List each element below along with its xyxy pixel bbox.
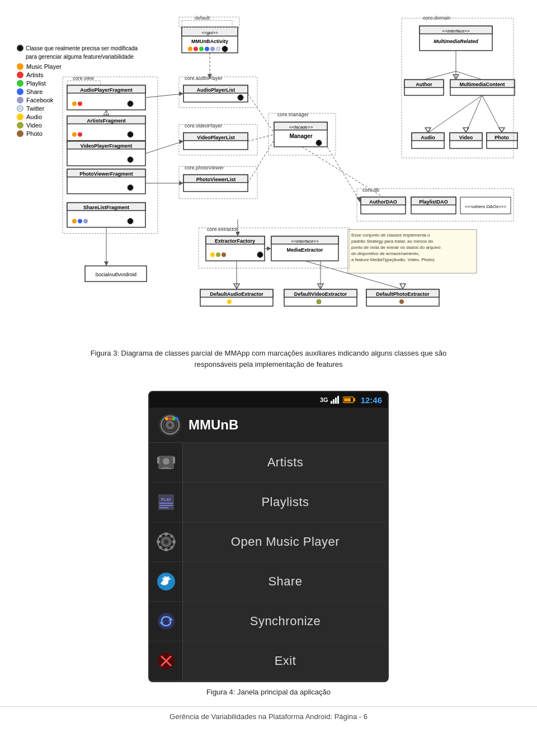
app-icon: [158, 413, 182, 437]
svg-point-12: [222, 46, 228, 52]
svg-rect-187: [157, 457, 159, 464]
menu-item-exit[interactable]: Exit: [149, 641, 388, 681]
status-bar: 3G 12:46: [149, 392, 388, 408]
svg-point-66: [216, 253, 220, 257]
svg-marker-129: [179, 140, 183, 144]
phone-frame: 3G 12:46: [148, 391, 389, 682]
svg-text:core.manager: core.manager: [277, 112, 309, 117]
svg-text:core.photoViewer: core.photoViewer: [185, 165, 224, 171]
legend-artists: Artists: [17, 72, 138, 78]
svg-text:Manager: Manager: [289, 133, 312, 139]
svg-marker-131: [179, 181, 183, 186]
figure4-caption: Figura 4: Janela principal da aplicação: [206, 688, 331, 696]
svg-rect-171: [335, 398, 337, 404]
svg-text:PLAY: PLAY: [161, 498, 171, 502]
music-player-label: Open Music Player: [183, 535, 388, 549]
svg-point-199: [164, 548, 168, 551]
svg-marker-156: [463, 128, 469, 133]
svg-text:core.db: core.db: [362, 187, 379, 193]
svg-point-6: [188, 47, 192, 51]
menu-item-music-player[interactable]: Open Music Player: [149, 522, 388, 562]
svg-point-11: [216, 47, 220, 51]
legend-share: Share: [17, 88, 138, 95]
svg-point-186: [163, 458, 169, 465]
svg-text:<<interface>>: <<interface>>: [291, 239, 319, 244]
svg-point-10: [210, 47, 215, 51]
svg-text:<<<others DAOs>>>: <<<others DAOs>>>: [465, 204, 506, 209]
svg-text:PlaylistDAO: PlaylistDAO: [419, 199, 448, 205]
svg-point-196: [164, 540, 168, 544]
legend: Classe que realmente precisa ser modific…: [17, 45, 138, 139]
status-3g-label: 3G: [320, 396, 328, 403]
svg-point-80: [317, 300, 321, 304]
artists-label: Artists: [183, 455, 388, 470]
menu-item-artists[interactable]: Artists: [149, 443, 388, 483]
svg-rect-169: [331, 401, 332, 404]
svg-text:core.extractor: core.extractor: [207, 226, 238, 232]
svg-text:MMUnBActivity: MMUnBActivity: [191, 39, 228, 44]
menu-item-playlists[interactable]: PLAY Playlists: [149, 483, 388, 522]
svg-marker-140: [235, 232, 240, 237]
menu-item-sync[interactable]: Synchronize: [149, 602, 388, 641]
svg-text:Photo: Photo: [494, 135, 509, 140]
svg-rect-175: [344, 398, 351, 401]
legend-video: Video: [17, 122, 138, 129]
share-icon: [149, 562, 183, 601]
svg-point-8: [199, 47, 204, 51]
svg-text:VideoPlayerList: VideoPlayerList: [197, 135, 234, 140]
svg-marker-125: [179, 92, 183, 96]
app-title: MMUnB: [189, 417, 238, 433]
svg-text:core.domain: core.domain: [423, 15, 451, 21]
svg-point-7: [194, 47, 198, 51]
svg-text:MediaExtractor: MediaExtractor: [286, 247, 323, 253]
svg-point-38: [72, 219, 77, 224]
svg-line-124: [145, 94, 183, 98]
svg-line-135: [248, 135, 274, 141]
svg-text:MultimediaContent: MultimediaContent: [460, 82, 505, 87]
svg-point-203: [170, 535, 173, 538]
exit-label: Exit: [183, 654, 388, 668]
svg-text:AuthorDAO: AuthorDAO: [369, 199, 397, 205]
svg-point-198: [164, 532, 168, 536]
svg-text:DefaultAudioExtractor: DefaultAudioExtractor: [210, 291, 263, 297]
exit-icon: [149, 641, 183, 681]
svg-text:ponto de vista de extrair os d: ponto de vista de extrair os dados do ar…: [351, 245, 441, 250]
svg-point-39: [78, 219, 82, 224]
svg-point-46: [238, 95, 243, 101]
svg-text:Esse conjunto de classes imple: Esse conjunto de classes implementa o: [351, 233, 430, 238]
svg-text:ExtractorFactory: ExtractorFactory: [215, 238, 255, 244]
svg-text:<<facade>>: <<facade>>: [289, 125, 313, 130]
svg-point-183: [172, 417, 175, 420]
svg-point-204: [159, 546, 162, 549]
svg-text:AudioPlayerList: AudioPlayerList: [197, 87, 235, 93]
svg-marker-133: [104, 262, 109, 266]
svg-point-200: [157, 540, 160, 544]
svg-point-202: [159, 535, 162, 538]
app-header: MMUnB: [149, 408, 388, 443]
svg-rect-170: [333, 399, 335, 404]
svg-point-76: [227, 300, 232, 304]
battery-icon: [343, 396, 355, 403]
diagram-section: Classe que realmente precisa ser modific…: [0, 0, 537, 385]
svg-point-9: [205, 47, 209, 51]
legend-music-player: Music Player: [17, 63, 138, 70]
menu-list: Artists PLAY Playlists: [149, 443, 388, 681]
svg-text:MultimediaRelated: MultimediaRelated: [434, 39, 478, 44]
svg-line-152: [456, 72, 482, 80]
legend-facebook: Facebook: [17, 97, 138, 103]
phone-section: 3G 12:46: [0, 391, 537, 701]
footer-text: Gerência de Variabilidades na Plataforma…: [169, 712, 368, 721]
svg-text:<<gui>>: <<gui>>: [201, 30, 218, 35]
svg-point-201: [172, 540, 176, 544]
svg-text:do dispositivo de armazenament: do dispositivo de armazenamento,: [351, 251, 420, 256]
menu-item-share[interactable]: Share: [149, 562, 388, 602]
svg-text:PhotoViewerFragment: PhotoViewerFragment: [79, 171, 133, 177]
svg-point-182: [168, 417, 172, 420]
svg-point-205: [170, 546, 173, 549]
legend-photo: Photo: [17, 130, 138, 137]
legend-twitter: Twitter: [17, 105, 138, 112]
svg-point-181: [165, 417, 168, 420]
svg-text:core.audioPlayer: core.audioPlayer: [185, 75, 223, 81]
sync-label: Synchronize: [183, 614, 388, 629]
legend-audio: Audio: [17, 114, 138, 120]
